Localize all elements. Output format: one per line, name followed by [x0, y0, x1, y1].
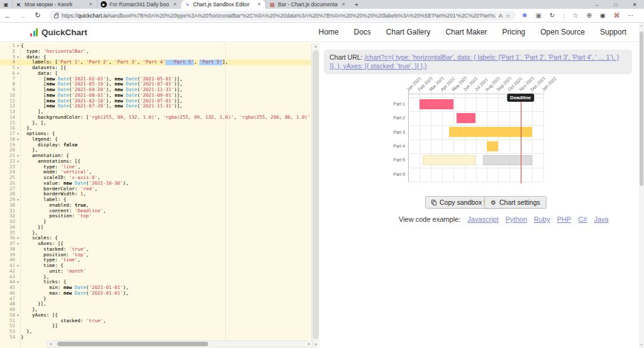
extension-blue-icon[interactable]: ✱	[522, 13, 527, 19]
nav-item-chart-gallery[interactable]: Chart Gallery	[386, 28, 431, 36]
fold-arrow-icon[interactable]	[15, 121, 21, 126]
fold-arrow-icon[interactable]	[15, 253, 21, 258]
maximize-button[interactable]: □	[606, 0, 625, 9]
code-example-link-python[interactable]: Python	[506, 215, 527, 223]
fold-arrow-icon[interactable]	[15, 329, 21, 335]
fold-arrow-icon[interactable]: ▾	[15, 236, 21, 241]
code-example-link-javascript[interactable]: Javascript	[467, 215, 499, 223]
back-icon[interactable]: ←	[0, 12, 15, 19]
nav-item-docs[interactable]: Docs	[354, 28, 371, 36]
fold-arrow-icon[interactable]	[15, 302, 21, 307]
fold-arrow-icon[interactable]	[15, 49, 21, 55]
extension-refresh-icon[interactable]: ↻	[550, 13, 555, 19]
tab-actions-icon[interactable]: ▣	[0, 0, 13, 9]
fold-arrow-icon[interactable]	[15, 225, 21, 231]
new-tab-button[interactable]: +	[350, 0, 364, 9]
fold-arrow-icon[interactable]: ▾	[15, 131, 21, 137]
favorites-bar-icon[interactable]: ☆	[573, 13, 579, 19]
gantt-bar[interactable]	[419, 99, 453, 109]
fold-arrow-icon[interactable]	[15, 82, 21, 87]
fold-arrow-icon[interactable]	[15, 231, 21, 236]
tab-close-icon[interactable]: ✕	[87, 2, 94, 7]
collections-icon[interactable]: ⊕	[587, 13, 592, 19]
editor-vertical-scrollbar[interactable]: ▲ ▼	[311, 43, 319, 348]
fold-arrow-icon[interactable]	[15, 291, 21, 296]
nav-item-chart-maker[interactable]: Chart Maker	[446, 28, 487, 36]
scrollbar-thumb[interactable]	[640, 31, 643, 186]
nav-item-support[interactable]: Support	[600, 28, 626, 36]
forward-icon[interactable]: →	[15, 12, 30, 19]
chart-settings-button[interactable]: ⚙ Chart settings	[484, 196, 547, 209]
fold-arrow-icon[interactable]	[15, 87, 21, 93]
fold-arrow-icon[interactable]	[15, 109, 21, 115]
code-example-link-php[interactable]: PHP	[557, 215, 572, 223]
fold-arrow-icon[interactable]	[15, 115, 21, 121]
fold-arrow-icon[interactable]	[15, 324, 21, 329]
scroll-up-icon[interactable]: ▲	[639, 23, 644, 29]
scroll-left-icon[interactable]: ◀	[47, 341, 54, 347]
fold-arrow-icon[interactable]	[15, 335, 21, 340]
gantt-bar[interactable]	[457, 113, 475, 123]
extension-cube-icon[interactable]: ▣	[535, 13, 541, 19]
fold-arrow-icon[interactable]	[15, 219, 21, 225]
close-button[interactable]: ✕	[625, 0, 644, 9]
fold-arrow-icon[interactable]	[15, 181, 21, 187]
tab-close-icon[interactable]: ✕	[172, 2, 178, 7]
fold-arrow-icon[interactable]	[15, 77, 21, 82]
minimize-button[interactable]: –	[587, 0, 606, 9]
fold-arrow-icon[interactable]	[15, 203, 21, 209]
scroll-down-icon[interactable]: ▼	[639, 342, 644, 348]
tab-close-icon[interactable]: ✕	[340, 2, 347, 7]
fold-arrow-icon[interactable]	[15, 269, 21, 275]
fold-arrow-icon[interactable]	[15, 285, 21, 291]
scroll-up-icon[interactable]: ▲	[312, 43, 319, 50]
tab-close-icon[interactable]: ✕	[256, 2, 262, 7]
browser-tab[interactable]: ▤Bar - Chart.js documentation✕	[265, 0, 350, 9]
fold-arrow-icon[interactable]: ▾	[15, 43, 21, 49]
fold-arrow-icon[interactable]	[15, 126, 21, 131]
favorite-star-icon[interactable]: ☆	[506, 13, 511, 19]
fold-arrow-icon[interactable]	[15, 187, 21, 192]
address-bar[interactable]: https://quickchart.io/sandbox#%7B%0A%20%…	[49, 11, 516, 21]
fold-arrow-icon[interactable]: ▾	[15, 137, 21, 143]
code-example-link-java[interactable]: Java	[594, 215, 608, 223]
fold-arrow-icon[interactable]	[15, 296, 21, 302]
code-editor[interactable]: 1▾{2 type: 'horizontalBar',3▾ data: {4 l…	[0, 43, 319, 348]
fold-arrow-icon[interactable]	[15, 170, 21, 175]
fold-arrow-icon[interactable]	[15, 148, 21, 153]
fold-arrow-icon[interactable]	[15, 258, 21, 263]
chart-url-link[interactable]: /chart?c={ type: 'horizontalBar', data: …	[330, 53, 619, 70]
page-scrollbar[interactable]: ▲ ▼	[639, 23, 644, 348]
fold-arrow-icon[interactable]	[15, 247, 21, 253]
code-example-link-ruby[interactable]: Ruby	[534, 215, 550, 223]
fold-arrow-icon[interactable]: ▾	[15, 159, 21, 165]
editor-horizontal-scrollbar[interactable]: ◀ ▶	[47, 340, 313, 347]
fold-arrow-icon[interactable]	[15, 307, 21, 313]
fold-arrow-icon[interactable]: ▾	[15, 241, 21, 247]
scrollbar-thumb[interactable]	[313, 50, 319, 339]
browser-menu-icon[interactable]: ⋯	[628, 12, 635, 19]
nav-item-home[interactable]: Home	[318, 28, 338, 36]
browser-tab[interactable]: KМои кворки - Kwork✕	[13, 0, 97, 9]
browser-tab[interactable]: ▶For Roman341 Daily booking 1.0✕	[97, 0, 181, 9]
extension-command-icon[interactable]: ⌘	[614, 13, 620, 19]
refresh-icon[interactable]: ↻	[30, 11, 45, 19]
browser-tab[interactable]: ϟChart.js Sandbox Editor✕	[181, 0, 265, 9]
fold-arrow-icon[interactable]: ▾	[15, 153, 21, 159]
fold-arrow-icon[interactable]	[15, 165, 21, 170]
fold-arrow-icon[interactable]	[15, 143, 21, 148]
fold-arrow-icon[interactable]	[15, 60, 21, 65]
fold-arrow-icon[interactable]: ▾	[15, 55, 21, 60]
gantt-bar[interactable]	[483, 155, 532, 165]
fold-arrow-icon[interactable]	[15, 214, 21, 219]
gantt-bar[interactable]	[423, 155, 475, 165]
fold-arrow-icon[interactable]	[15, 99, 21, 104]
read-aloud-icon[interactable]: A	[499, 13, 502, 19]
lock-icon[interactable]	[54, 14, 58, 18]
gantt-bar[interactable]	[487, 141, 498, 151]
fold-arrow-icon[interactable]	[15, 104, 21, 109]
fold-arrow-icon[interactable]	[15, 275, 21, 280]
fold-arrow-icon[interactable]: ▾	[15, 313, 21, 318]
fold-arrow-icon[interactable]: ▾	[15, 197, 21, 203]
fold-arrow-icon[interactable]: ▾	[15, 280, 21, 285]
